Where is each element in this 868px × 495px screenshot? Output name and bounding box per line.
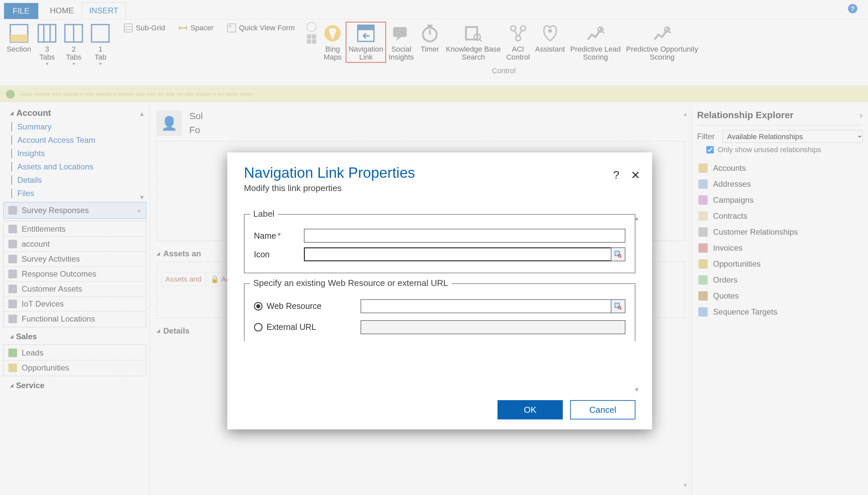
- form-icon: [227, 23, 236, 33]
- tree-details[interactable]: Details: [0, 173, 150, 187]
- rel-addresses[interactable]: Addresses: [697, 176, 863, 192]
- svg-rect-8: [124, 24, 133, 32]
- ribbon-kbsearch[interactable]: Knowledge Base Search: [443, 22, 504, 63]
- canvas-scroll-down[interactable]: ▼: [683, 482, 690, 488]
- ribbon-navlink[interactable]: Navigation Link: [346, 22, 386, 63]
- ribbon-predlead[interactable]: Predictive Lead Scoring: [568, 22, 623, 63]
- rel-opps[interactable]: Opportunities: [697, 256, 863, 272]
- filter-select[interactable]: Available Relationships: [723, 130, 863, 143]
- canvas-scroll-up[interactable]: ▲: [683, 111, 690, 117]
- nav-customer-assets[interactable]: Customer Assets: [22, 284, 82, 294]
- radio-externalurl[interactable]: External URL: [254, 322, 361, 332]
- nav-section-selected[interactable]: Survey Responses▲: [3, 202, 146, 219]
- fieldset-spec: Specify an existing Web Resource or exte…: [244, 283, 635, 341]
- ribbon-timer[interactable]: Timer: [416, 22, 443, 63]
- tree-insights[interactable]: Insights: [0, 147, 150, 160]
- icon-lookup-button[interactable]: [611, 248, 625, 261]
- fieldset-label-legend: Label: [250, 209, 278, 219]
- radio-webresource-label: Web Resource: [266, 301, 322, 311]
- webresource-lookup-button[interactable]: [611, 299, 625, 313]
- solution-line: Sol: [189, 111, 202, 121]
- people-icon: [699, 227, 708, 237]
- rel-seqtargets[interactable]: Sequence Targets: [697, 304, 863, 320]
- nav-account[interactable]: account: [22, 239, 50, 249]
- lookup-icon: [615, 303, 622, 310]
- ribbon-1tab[interactable]: 1 Tab▾: [87, 22, 114, 68]
- tab-file[interactable]: FILE: [4, 3, 38, 19]
- rel-orders[interactable]: Orders: [697, 272, 863, 288]
- rel-contracts[interactable]: Contracts: [697, 208, 863, 224]
- account-icon: [8, 240, 17, 248]
- icon-label: Icon: [254, 250, 304, 259]
- rel-invoices[interactable]: Invoices: [697, 240, 863, 256]
- ribbon-social[interactable]: Social Insights: [386, 22, 416, 63]
- tree-access-team[interactable]: Account Access Team: [0, 134, 150, 147]
- tab-strip: FILE HOME INSERT ?: [0, 0, 868, 19]
- tree-root-account[interactable]: Account: [0, 104, 150, 120]
- nav-iot-devices[interactable]: IoT Devices: [22, 299, 64, 309]
- nav-entitlements[interactable]: Entitlements: [22, 224, 66, 234]
- predlead-label: Predictive Lead Scoring: [570, 45, 621, 61]
- radio-webresource[interactable]: Web Resource: [254, 301, 361, 311]
- ribbon-section[interactable]: Section: [4, 22, 34, 68]
- quote-icon: [699, 291, 708, 301]
- asset-icon: [8, 285, 17, 293]
- rel-accounts[interactable]: Accounts: [697, 160, 863, 176]
- webresource-input[interactable]: [361, 299, 611, 313]
- rel-custrel[interactable]: Customer Relationships: [697, 224, 863, 240]
- left-nav-pane: Account Summary Account Access Team Insi…: [0, 104, 150, 495]
- ok-button[interactable]: OK: [497, 400, 563, 420]
- ribbon-quickview[interactable]: Quick View Form: [224, 22, 298, 34]
- nav-leads[interactable]: Leads: [22, 348, 43, 358]
- dialog-scroll-up[interactable]: ▲: [634, 216, 641, 221]
- tree-assets[interactable]: Assets and Locations: [0, 160, 150, 173]
- cancel-button[interactable]: Cancel: [570, 400, 635, 420]
- relationship-explorer: Relationship Explorer› Filter Available …: [691, 104, 868, 495]
- icon-input[interactable]: [304, 248, 611, 261]
- nav-group-sales[interactable]: Sales: [0, 329, 150, 343]
- ribbon-assistant[interactable]: Assistant: [533, 22, 568, 63]
- tab-insert[interactable]: INSERT: [82, 2, 126, 19]
- only-unused-checkbox[interactable]: [706, 146, 714, 153]
- dialog-close-icon[interactable]: ✕: [631, 168, 640, 182]
- outcome-icon: [8, 270, 17, 278]
- ribbon-bingmaps[interactable]: Bing Maps: [319, 22, 346, 63]
- rel-campaigns[interactable]: Campaigns: [697, 192, 863, 208]
- nav-group-service[interactable]: Service: [0, 378, 150, 391]
- dialog-help-icon[interactable]: ?: [613, 168, 619, 182]
- opportunity-icon: [699, 259, 708, 269]
- grid-icon: [124, 23, 133, 33]
- dialog-title: Navigation Link Properties: [244, 165, 635, 181]
- scroll-up-icon[interactable]: ▲: [139, 110, 148, 118]
- rel-quotes[interactable]: Quotes: [697, 288, 863, 304]
- svg-rect-32: [615, 251, 619, 256]
- ribbon-subgrid[interactable]: Sub-Grid: [120, 22, 168, 34]
- only-unused-check[interactable]: Only show unused relationships: [706, 146, 863, 154]
- nav-section-sales: Leads Opportunities: [3, 344, 146, 376]
- ribbon-3tabs[interactable]: 3 Tabs▾: [34, 22, 60, 68]
- ribbon-spacer[interactable]: Spacer: [175, 22, 217, 34]
- ribbon-2tabs[interactable]: 2 Tabs▾: [60, 22, 87, 68]
- timer-label: Timer: [421, 45, 439, 53]
- nav-survey-activities[interactable]: Survey Activities: [22, 254, 80, 263]
- ribbon-predopp[interactable]: Predictive Opportunity Scoring: [623, 22, 701, 63]
- radio-externalurl-dot: [254, 323, 263, 331]
- survey-icon: [8, 206, 17, 215]
- ribbon-aci[interactable]: ACI Control: [504, 22, 533, 63]
- tree-files[interactable]: Files: [0, 187, 150, 200]
- nav-section-common: Entitlements account Survey Activities R…: [3, 221, 146, 327]
- svg-point-26: [515, 36, 521, 41]
- help-icon[interactable]: ?: [848, 4, 857, 13]
- chevron-right-icon[interactable]: ›: [860, 110, 863, 120]
- nav-response-outcomes[interactable]: Response Outcomes: [22, 269, 96, 279]
- name-input[interactable]: [304, 229, 625, 243]
- tab-home[interactable]: HOME: [42, 2, 82, 19]
- nav-functional-locations[interactable]: Functional Locations: [22, 314, 95, 324]
- nav-opportunities[interactable]: Opportunities: [22, 363, 69, 373]
- ribbon-3tabs-label: 3 Tabs: [39, 45, 55, 61]
- scroll-down-icon[interactable]: ▼: [139, 194, 148, 201]
- leads-icon: [8, 348, 17, 357]
- dialog-scroll-down[interactable]: ▼: [634, 387, 641, 393]
- svg-rect-17: [393, 27, 407, 37]
- lookup-icon: [615, 251, 622, 258]
